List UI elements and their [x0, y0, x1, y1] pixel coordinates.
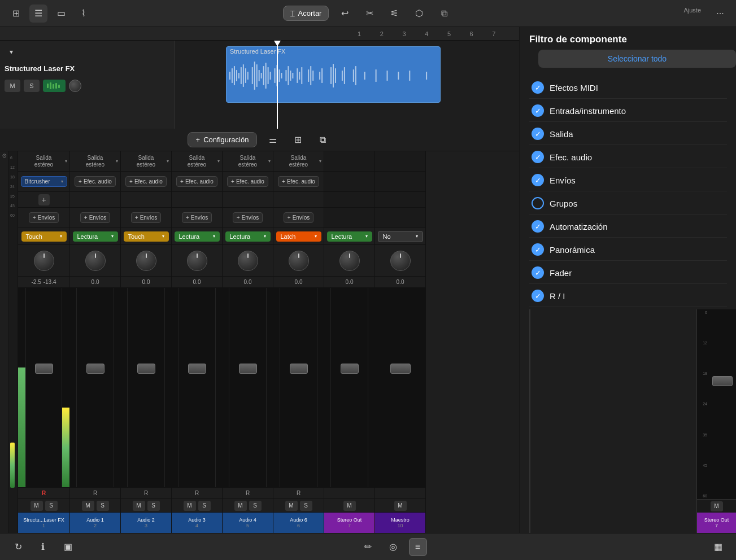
ch1-name-bar[interactable]: Structu...Laser FX 1	[18, 513, 69, 533]
ch6-s-btn[interactable]: S	[300, 501, 312, 511]
ch4-name-bar[interactable]: Audio 3 4	[172, 513, 222, 533]
ch4-sends[interactable]: + Envíos	[172, 208, 222, 228]
ch5-name-bar[interactable]: Audio 4 5	[223, 513, 273, 533]
ch6-r-btn[interactable]: R	[297, 490, 301, 496]
ch6-mode[interactable]: Latch ▾	[273, 228, 324, 245]
ch6-r[interactable]: R	[273, 488, 324, 499]
ch3-name-bar[interactable]: Audio 2 3	[121, 513, 171, 533]
waveform-clip[interactable]: Structured Laser FX	[226, 46, 441, 103]
ch8-fader-handle[interactable]	[390, 364, 411, 374]
ch5-m-btn[interactable]: M	[234, 501, 247, 511]
ch6-sends[interactable]: + Envíos	[273, 208, 324, 228]
ch6-fx[interactable]: + Efec. audio	[273, 172, 324, 192]
filter-checkbox-envios[interactable]: ✓	[532, 174, 544, 186]
ch3-fader-track[interactable]	[128, 288, 164, 487]
filter-automatizacion[interactable]: ✓ Automatización	[529, 216, 727, 238]
ch7-pan-knob[interactable]	[339, 251, 360, 271]
ch2-sends-btn[interactable]: + Envíos	[80, 212, 110, 223]
ch3-m-btn[interactable]: M	[133, 501, 145, 511]
mini-m-btn[interactable]: M	[711, 501, 723, 511]
ch5-sends-btn[interactable]: + Envíos	[233, 212, 263, 223]
ch4-mode[interactable]: Lectura ▾	[172, 228, 222, 245]
ch7-m-btn[interactable]: M	[343, 501, 356, 511]
ch3-output[interactable]: Salidaestéreo ▾	[121, 151, 171, 172]
ch1-r[interactable]: R	[18, 488, 69, 499]
history-icon[interactable]: ↻	[9, 538, 27, 556]
ch5-r-btn[interactable]: R	[246, 490, 250, 496]
ch6-fader-track[interactable]	[280, 288, 317, 487]
ch8-pan-knob[interactable]	[390, 251, 411, 271]
filter-checkbox-fader[interactable]: ✓	[532, 266, 544, 279]
mini-fader-track[interactable]	[708, 309, 736, 499]
copy-icon[interactable]: ⧉	[435, 5, 453, 23]
ch1-fx-btn[interactable]: Bitcrusher ▾	[21, 176, 67, 187]
ch8-mode[interactable]: No ▾	[375, 228, 425, 245]
ch5-fx-btn[interactable]: + Efec. audio	[227, 176, 268, 187]
mute-button[interactable]: M	[5, 80, 20, 92]
mixer-view-icon[interactable]: ⊞	[289, 131, 307, 149]
ch1-mode[interactable]: Touch ▾	[18, 228, 69, 245]
ch5-fx[interactable]: + Efec. audio	[223, 172, 273, 192]
ch3-fx[interactable]: + Efec. audio	[121, 172, 171, 192]
ch5-s-btn[interactable]: S	[249, 501, 262, 511]
ch8-fader-track[interactable]	[375, 288, 425, 487]
ch2-mode[interactable]: Lectura ▾	[70, 228, 120, 245]
ch3-mode[interactable]: Touch ▾	[121, 228, 171, 245]
ch2-r[interactable]: R	[70, 488, 120, 499]
ch7-fader-track[interactable]	[331, 288, 368, 487]
ch7-name-bar[interactable]: Stereo Out 7	[324, 513, 374, 533]
eq-button[interactable]	[43, 80, 66, 92]
filter-grupos[interactable]: Grupos	[529, 193, 727, 215]
filter-checkbox-efectos-midi[interactable]: ✓	[532, 81, 544, 94]
pan-knob[interactable]	[69, 80, 81, 92]
pencil-icon[interactable]: ✏	[359, 538, 377, 556]
mixer-icon[interactable]: ☰	[29, 5, 47, 23]
ch6-output[interactable]: Salidaestéreo ▾	[273, 151, 324, 172]
ch6-fx-btn[interactable]: + Efec. audio	[278, 176, 319, 187]
ch4-r[interactable]: R	[172, 488, 222, 499]
settings-icon[interactable]: ◎	[384, 538, 402, 556]
ch5-output[interactable]: Salidaestéreo ▾	[223, 151, 273, 172]
loop-icon[interactable]: ⬡	[410, 5, 428, 23]
ch8-m-btn[interactable]: M	[394, 501, 407, 511]
ch3-r-btn[interactable]: R	[144, 490, 148, 496]
window-icon[interactable]: ▭	[52, 5, 70, 23]
ch6-name-bar[interactable]: Audio 6 6	[273, 513, 324, 533]
ch4-output[interactable]: Salidaestéreo ▾	[172, 151, 222, 172]
solo-button[interactable]: S	[24, 80, 40, 92]
ch1-fx[interactable]: Bitcrusher ▾	[18, 172, 69, 192]
filter-checkbox-entrada[interactable]: ✓	[532, 104, 544, 117]
mixer-eq-icon[interactable]: ⚌	[264, 131, 282, 149]
ch2-m-btn[interactable]: M	[82, 501, 94, 511]
ch2-r-btn[interactable]: R	[93, 490, 97, 496]
filter-efec-audio[interactable]: ✓ Efec. audio	[529, 146, 727, 168]
select-all-button[interactable]: Seleccionar todo	[538, 50, 736, 68]
info-icon[interactable]: ℹ	[34, 538, 52, 556]
ch7-mode-badge[interactable]: Lectura ▾	[327, 231, 372, 242]
ch1-add[interactable]: +	[18, 192, 69, 208]
ch2-sends[interactable]: + Envíos	[70, 208, 120, 228]
ch4-sends-btn[interactable]: + Envíos	[182, 212, 212, 223]
ch5-pan-knob[interactable]	[238, 251, 258, 271]
ch1-fader-handle[interactable]	[35, 364, 53, 374]
filter-salida[interactable]: ✓ Salida	[529, 123, 727, 145]
ch5-fader-track[interactable]	[229, 288, 266, 487]
ch4-fx-btn[interactable]: + Efec. audio	[176, 176, 217, 187]
ch4-m-btn[interactable]: M	[184, 501, 196, 511]
ch6-mode-badge[interactable]: Latch ▾	[276, 231, 321, 242]
ch2-fader-track[interactable]	[77, 288, 114, 487]
ch2-s-btn[interactable]: S	[97, 501, 109, 511]
filter-r-i[interactable]: ✓ R / I	[529, 285, 727, 307]
ch3-r[interactable]: R	[121, 488, 171, 499]
ch5-sends[interactable]: + Envíos	[223, 208, 273, 228]
filter-checkbox-efec-audio[interactable]: ✓	[532, 151, 544, 163]
ch5-fader-handle[interactable]	[239, 364, 257, 374]
ch5-mode[interactable]: Lectura ▾	[223, 228, 273, 245]
ch1-fader-track[interactable]	[26, 288, 62, 487]
filter-efectos-midi[interactable]: ✓ Efectos MIDI	[529, 77, 727, 99]
layout-icon[interactable]: ▣	[59, 538, 77, 556]
ch2-fx-btn[interactable]: + Efec. audio	[75, 176, 116, 187]
ch2-mode-badge[interactable]: Lectura ▾	[73, 231, 118, 242]
filter-entrada-instrumento[interactable]: ✓ Entrada/instrumento	[529, 100, 727, 122]
ch5-r[interactable]: R	[223, 488, 273, 499]
